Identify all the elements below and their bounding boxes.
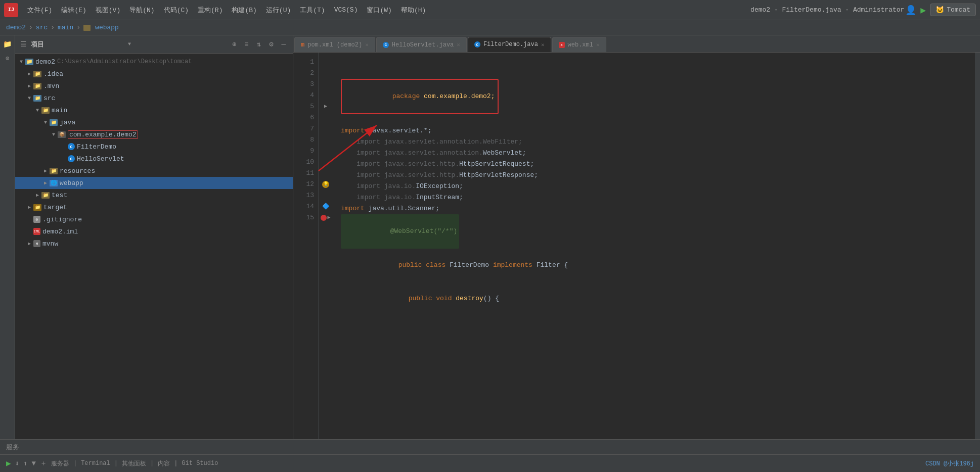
fold-line15[interactable]: ▶ [327,212,330,223]
tomcat-button[interactable]: 🐱 Tomcat [930,4,976,16]
tab-filter-close[interactable]: ✕ [541,41,545,48]
sidebar-structure-icon[interactable]: ⚙ [2,52,14,64]
folder-icon-resources: 📁 [50,168,58,174]
tab-webxml[interactable]: x web.xml ✕ [552,37,606,52]
folder-icon-package: 📦 [58,131,66,138]
watermark: CSDN @小张196j [925,459,974,468]
code-line-9: import javax.servlet.http.HttpServletRes… [341,170,975,181]
code-line-14: public class FilterDemo implements Filte… [341,249,975,282]
code-editor[interactable]: 1 2 3 4 5 6 7 8 9 10 11 12 13 14 15 [293,53,980,439]
tree-item-target[interactable]: ▶ 📁 target [15,201,293,213]
project-settings-btn[interactable]: ⚙ [267,39,275,50]
tree-item-mvnw[interactable]: ▶ M mvnw [15,238,293,250]
webapp-folder-icon [83,25,91,31]
tab-filter-icon: C [474,41,480,48]
menu-navigate[interactable]: 导航(N) [125,4,158,17]
user-icon[interactable]: 👤 [905,5,916,16]
sort-down-button[interactable]: ⬇ [15,459,19,468]
services-label: 服务 [6,443,19,452]
tab-helloservlet[interactable]: C HelloServlet.java ✕ [376,37,467,52]
vertical-scrollbar[interactable] [975,53,980,439]
menu-view[interactable]: 视图(V) [92,4,124,17]
breadcrumb-demo2[interactable]: demo2 [6,24,26,31]
tree-item-gitignore[interactable]: ▶ ⊘ .gitignore [15,213,293,225]
editor-container: m pom.xml (demo2) ✕ C HelloServlet.java … [293,35,980,439]
tree-item-filterdemo[interactable]: ▶ C FilterDemo [15,140,293,153]
tree-item-demo2[interactable]: ▼ 📁 demo2 C:\Users\Administrator\Desktop… [15,56,293,68]
project-tree: ▼ 📁 demo2 C:\Users\Administrator\Desktop… [15,54,293,439]
breadcrumb: demo2 › src › main › webapp [0,20,980,35]
menu-window[interactable]: 窗口(W) [363,4,395,17]
tree-item-src[interactable]: ▼ 📁 src [15,92,293,104]
menu-refactor[interactable]: 重构(R) [194,4,227,17]
tree-item-helloservlet[interactable]: ▶ C HelloServlet [15,153,293,165]
gutter-bulb-icon[interactable]: 💡 [322,181,329,188]
project-sort-btn[interactable]: ≡ [242,39,250,50]
sort-up-button[interactable]: ⬆ [23,459,27,468]
tree-item-mvn[interactable]: ▶ 📁 .mvn [15,80,293,92]
project-expand-btn[interactable]: ⇅ [255,39,263,50]
code-line-7: import javax.servlet.annotation.WebServl… [341,148,975,159]
code-line-8: import javax.servlet.http.HttpServletReq… [341,159,975,170]
menu-code[interactable]: 代码(C) [160,4,193,17]
iml-file-icon: IML [33,228,40,235]
tab-web-close[interactable]: ✕ [596,41,600,48]
breadcrumb-main[interactable]: main [58,24,73,31]
tab-pom-xml[interactable]: m pom.xml (demo2) ✕ [294,37,375,52]
gutter-red-dot [321,215,327,221]
filter-button[interactable]: ▼ [32,459,36,467]
code-line-2 [341,68,975,79]
tree-item-package[interactable]: ▼ 📦 com.example.demo2 [15,128,293,140]
code-line-10: import java.io.IOException; [341,181,975,192]
menu-file[interactable]: 文件(F) [23,4,56,17]
menu-run[interactable]: 运行(U) [262,4,295,17]
menu-edit[interactable]: 编辑(E) [57,4,90,17]
project-minimize-btn[interactable]: — [280,39,288,50]
project-header: ☰ 项目 ▼ ⊕ ≡ ⇅ ⚙ — [15,35,293,54]
folder-icon-main: 📁 [41,107,50,114]
folder-icon-java: 📁 [50,119,58,126]
project-dropdown-arrow[interactable]: ▼ [128,41,131,47]
tree-item-main[interactable]: ▼ 📁 main [15,104,293,116]
status-divider2: | [114,460,118,467]
tab-filterdemo[interactable]: C FilterDemo.java ✕ [468,37,551,52]
breadcrumb-webapp[interactable]: webapp [95,24,119,31]
code-body[interactable]: package com.example.demo2; import javax.… [333,53,975,439]
code-line-15: public void destroy() { [341,282,975,315]
main-layout: 📁 ⚙ ☰ 项目 ▼ ⊕ ≡ ⇅ ⚙ — ▼ 📁 demo2 C:\Users\… [0,35,980,439]
sidebar-project-icon[interactable]: 📁 [2,38,14,50]
line-numbers: 1 2 3 4 5 6 7 8 9 10 11 12 13 14 15 [293,53,319,439]
project-add-btn[interactable]: ⊕ [230,39,238,50]
fold-line5[interactable]: ▶ [324,101,327,112]
run-button[interactable]: ▶ [6,458,11,468]
status-other: 其他面板 [122,459,146,468]
tree-item-resources[interactable]: ▶ 📁 resources [15,165,293,177]
bottom-toolbar: ▶ ⬇ ⬆ ▼ ＋ 服务器 | Terminal | 其他面板 | 内容 | G… [0,454,980,472]
tab-web-icon: x [559,42,565,48]
code-line-11: import java.io.InputStream; [341,192,975,203]
breadcrumb-src[interactable]: src [36,24,48,31]
menu-help[interactable]: 帮助(H) [397,4,430,17]
menu-build[interactable]: 构建(B) [228,4,260,17]
tree-item-test[interactable]: ▶ 📁 test [15,189,293,201]
window-title: demo2 - FilterDemo.java - Administrator [750,6,904,14]
menu-tools[interactable]: 工具(T) [296,4,329,17]
tree-item-java[interactable]: ▼ 📁 java [15,116,293,128]
folder-icon-mvn: 📁 [33,83,41,89]
code-line-1 [341,57,975,68]
gutter-arrow-icon: 🔷 [322,201,330,212]
add-button[interactable]: ＋ [40,459,47,468]
menu-vcs[interactable]: VCS(S) [330,4,362,16]
status-terminal: Terminal [81,460,110,467]
tab-pom-close[interactable]: ✕ [365,41,369,48]
code-line-12: import java.util.Scanner; [341,203,975,214]
status-divider4: | [174,460,177,467]
tree-item-webapp[interactable]: ▶ 🌐 webapp [15,177,293,189]
run-icon[interactable]: ▶ [920,5,926,16]
gutter-area: ▶ 💡 🔷 ▶ [319,53,333,439]
status-git: Git Studio [182,460,218,467]
helloservlet-class-icon: C [68,155,75,162]
tree-item-idea[interactable]: ▶ 📁 .idea [15,68,293,80]
tree-item-iml[interactable]: ▶ IML demo2.iml [15,225,293,238]
tab-hello-close[interactable]: ✕ [457,41,460,48]
